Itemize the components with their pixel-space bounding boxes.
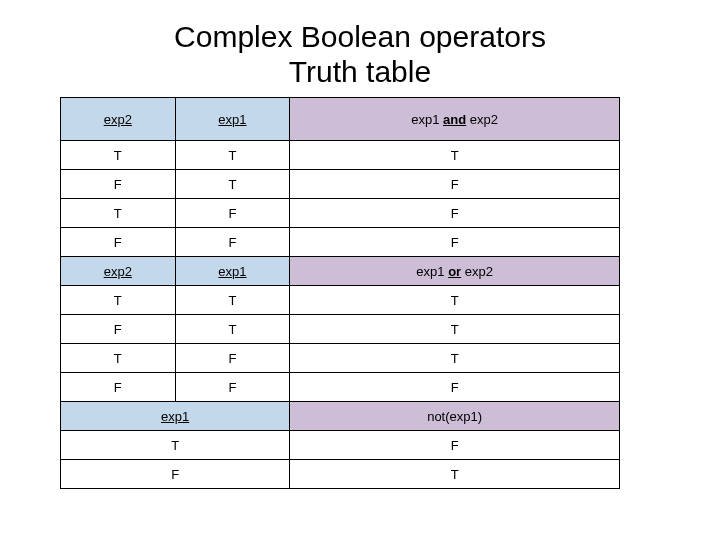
cell-result: F bbox=[290, 170, 620, 199]
cell-exp2: F bbox=[61, 170, 176, 199]
cell-result: T bbox=[290, 141, 620, 170]
table-row: FFF bbox=[61, 373, 620, 402]
or-header-row: exp2 exp1 exp1 or exp2 bbox=[61, 257, 620, 286]
or-header-exp2: exp2 bbox=[61, 257, 176, 286]
slide: Complex Boolean operators Truth table ex… bbox=[0, 0, 720, 489]
and-header-result: exp1 and exp2 bbox=[290, 98, 620, 141]
and-header-exp1: exp1 bbox=[175, 98, 290, 141]
cell-exp2: F bbox=[61, 373, 176, 402]
not-header-result: not(exp1) bbox=[290, 402, 620, 431]
cell-result: F bbox=[290, 373, 620, 402]
table-row: FT bbox=[61, 460, 620, 489]
or-header-exp1: exp1 bbox=[175, 257, 290, 286]
cell-exp1: F bbox=[175, 344, 290, 373]
table-row: TFT bbox=[61, 344, 620, 373]
cell-exp2: F bbox=[61, 315, 176, 344]
table-row: FFF bbox=[61, 228, 620, 257]
truth-table: exp2 exp1 exp1 and exp2 TTT FTF TFF FFF … bbox=[60, 97, 620, 489]
cell-exp2: T bbox=[61, 286, 176, 315]
cell-result: F bbox=[290, 228, 620, 257]
title-line-1: Complex Boolean operators bbox=[174, 20, 546, 53]
cell-exp1: F bbox=[175, 373, 290, 402]
table-row: FTF bbox=[61, 170, 620, 199]
cell-exp1: T bbox=[61, 431, 290, 460]
cell-exp1: F bbox=[175, 228, 290, 257]
table-row: FTT bbox=[61, 315, 620, 344]
cell-result: T bbox=[290, 344, 620, 373]
cell-exp1: T bbox=[175, 141, 290, 170]
cell-result: T bbox=[290, 286, 620, 315]
cell-exp1: T bbox=[175, 170, 290, 199]
cell-exp2: T bbox=[61, 199, 176, 228]
cell-exp1: T bbox=[175, 286, 290, 315]
cell-exp1: F bbox=[61, 460, 290, 489]
table-row: TFF bbox=[61, 199, 620, 228]
slide-title: Complex Boolean operators Truth table bbox=[50, 20, 670, 89]
table-row: TF bbox=[61, 431, 620, 460]
title-line-2: Truth table bbox=[289, 55, 431, 88]
cell-exp2: T bbox=[61, 141, 176, 170]
and-header-row: exp2 exp1 exp1 and exp2 bbox=[61, 98, 620, 141]
cell-exp2: F bbox=[61, 228, 176, 257]
cell-result: T bbox=[290, 315, 620, 344]
cell-result: F bbox=[290, 431, 620, 460]
and-header-exp2: exp2 bbox=[61, 98, 176, 141]
not-header-row: exp1 not(exp1) bbox=[61, 402, 620, 431]
cell-result: F bbox=[290, 199, 620, 228]
cell-exp1: F bbox=[175, 199, 290, 228]
cell-result: T bbox=[290, 460, 620, 489]
or-header-result: exp1 or exp2 bbox=[290, 257, 620, 286]
cell-exp2: T bbox=[61, 344, 176, 373]
table-row: TTT bbox=[61, 141, 620, 170]
table-row: TTT bbox=[61, 286, 620, 315]
cell-exp1: T bbox=[175, 315, 290, 344]
not-header-exp1: exp1 bbox=[61, 402, 290, 431]
